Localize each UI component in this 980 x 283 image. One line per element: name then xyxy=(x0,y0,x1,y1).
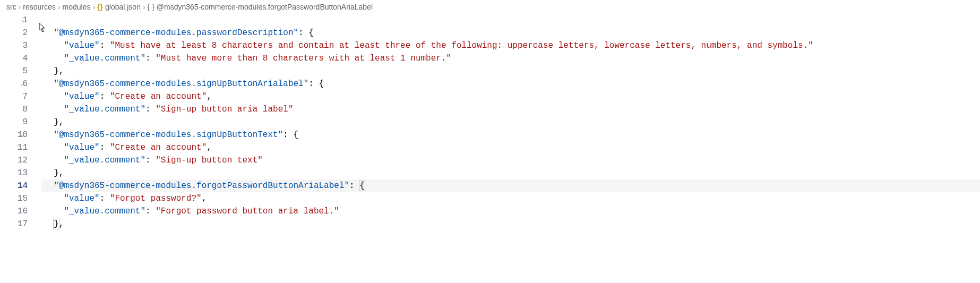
code-token: "Must have more than 8 characters with a… xyxy=(156,54,451,63)
code-token: : xyxy=(145,105,156,114)
line-number-gutter: 1⌄23456⌄78910⌄11121314⌄151617 xyxy=(0,14,41,230)
breadcrumb: src › resources › modules › {} global.js… xyxy=(0,0,980,14)
code-token: "Create an account" xyxy=(110,143,207,152)
code-line[interactable]: "_value.comment": "Sign-up button text" xyxy=(41,154,980,167)
code-token xyxy=(44,92,64,101)
line-number: 8 xyxy=(0,103,28,116)
chevron-right-icon: › xyxy=(58,3,61,11)
code-token: : xyxy=(100,194,110,203)
code-token: } xyxy=(54,219,59,229)
code-line[interactable]: "value": "Forgot password?", xyxy=(41,192,980,205)
code-token: : xyxy=(100,41,110,50)
code-token xyxy=(44,41,64,50)
code-line[interactable]: "@msdyn365-commerce-modules.passwordDesc… xyxy=(41,27,980,39)
code-line[interactable]: }, xyxy=(41,116,980,128)
code-token: "value" xyxy=(64,41,99,50)
line-number: 2 xyxy=(0,27,28,39)
code-token: , xyxy=(202,194,207,203)
code-line[interactable]: "@msdyn365-commerce-modules.signUpButton… xyxy=(41,128,980,141)
code-editor[interactable]: 1⌄23456⌄78910⌄11121314⌄151617 "@msdyn365… xyxy=(0,14,980,230)
code-token xyxy=(44,130,54,140)
line-number: 17 xyxy=(0,218,28,230)
line-number: 6⌄ xyxy=(0,78,28,90)
chevron-right-icon: › xyxy=(92,3,95,11)
code-token: : xyxy=(298,28,308,38)
code-line[interactable]: }, xyxy=(41,167,980,179)
code-line[interactable]: "@msdyn365-commerce-modules.forgotPasswo… xyxy=(41,179,980,192)
code-token: : xyxy=(100,92,110,101)
code-content[interactable]: "@msdyn365-commerce-modules.passwordDesc… xyxy=(41,14,980,230)
code-line[interactable]: }, xyxy=(41,65,980,78)
code-token: { xyxy=(293,130,298,140)
code-line[interactable]: "@msdyn365-commerce-modules.signUpButton… xyxy=(41,78,980,90)
code-token: : xyxy=(283,130,293,140)
code-line[interactable]: "value": "Must have at least 8 character… xyxy=(41,39,980,52)
line-number: 3 xyxy=(0,39,28,52)
code-token: : xyxy=(308,79,319,89)
line-number: 1⌄ xyxy=(0,14,28,27)
code-line[interactable]: "value": "Create an account", xyxy=(41,141,980,154)
code-token: "_value.comment" xyxy=(64,156,145,165)
chevron-down-icon[interactable]: ⌄ xyxy=(21,78,24,90)
breadcrumb-item-modules[interactable]: modules xyxy=(62,3,90,11)
code-token: "value" xyxy=(64,143,99,152)
code-line[interactable]: }, xyxy=(41,218,980,230)
breadcrumb-item-src[interactable]: src xyxy=(6,3,16,11)
code-token: : xyxy=(100,143,110,152)
code-token: "Sign-up button aria label" xyxy=(156,105,293,114)
code-token: "Create an account" xyxy=(110,92,207,101)
line-number: 15 xyxy=(0,192,28,205)
line-number: 11 xyxy=(0,141,28,154)
json-object-icon: { } xyxy=(148,3,154,11)
code-token: "value" xyxy=(64,194,99,203)
code-token: , xyxy=(207,143,212,152)
code-token xyxy=(44,66,54,76)
code-token xyxy=(44,207,64,216)
code-token: "Forgot password?" xyxy=(110,194,202,203)
chevron-down-icon[interactable]: ⌄ xyxy=(21,128,24,141)
code-token xyxy=(44,143,64,152)
code-token: "value" xyxy=(64,92,99,101)
code-token: }, xyxy=(54,168,64,178)
json-file-icon: {} xyxy=(97,3,103,11)
code-token xyxy=(44,105,64,114)
code-token: : xyxy=(145,207,156,216)
chevron-right-icon: › xyxy=(19,3,21,11)
line-number: 7 xyxy=(0,90,28,103)
code-line[interactable]: "_value.comment": "Forgot password butto… xyxy=(41,205,980,218)
breadcrumb-item-symbol[interactable]: @msdyn365-commerce-modules.forgotPasswor… xyxy=(157,3,373,11)
code-token xyxy=(44,28,54,38)
breadcrumb-item-resources[interactable]: resources xyxy=(23,3,55,11)
breadcrumb-item-file[interactable]: global.json xyxy=(105,3,141,11)
line-number: 13 xyxy=(0,167,28,179)
code-token xyxy=(44,194,64,203)
code-token: { xyxy=(319,79,324,89)
code-token xyxy=(44,219,54,229)
code-token xyxy=(44,168,54,178)
code-token xyxy=(44,156,64,165)
line-number: 5 xyxy=(0,65,28,78)
code-token: "@msdyn365-commerce-modules.forgotPasswo… xyxy=(54,181,349,191)
code-token: : xyxy=(145,54,156,63)
code-line[interactable] xyxy=(41,14,980,27)
chevron-down-icon[interactable]: ⌄ xyxy=(21,179,24,192)
code-token xyxy=(44,79,54,89)
line-number: 10⌄ xyxy=(0,128,28,141)
code-token: "@msdyn365-commerce-modules.passwordDesc… xyxy=(54,28,298,38)
code-token xyxy=(44,54,64,63)
code-token: : xyxy=(145,156,156,165)
line-number: 14⌄ xyxy=(0,179,28,192)
code-token xyxy=(44,117,54,127)
line-number: 12 xyxy=(0,154,28,167)
line-number: 9 xyxy=(0,116,28,128)
code-line[interactable]: "_value.comment": "Sign-up button aria l… xyxy=(41,103,980,116)
code-token: "Sign-up button text" xyxy=(156,156,263,165)
code-line[interactable]: "value": "Create an account", xyxy=(41,90,980,103)
chevron-down-icon[interactable]: ⌄ xyxy=(21,14,24,27)
code-token: "_value.comment" xyxy=(64,105,145,114)
code-token: }, xyxy=(54,66,64,76)
chevron-right-icon: › xyxy=(143,3,145,11)
line-number: 16 xyxy=(0,205,28,218)
code-token: }, xyxy=(54,117,64,127)
code-line[interactable]: "_value.comment": "Must have more than 8… xyxy=(41,52,980,65)
